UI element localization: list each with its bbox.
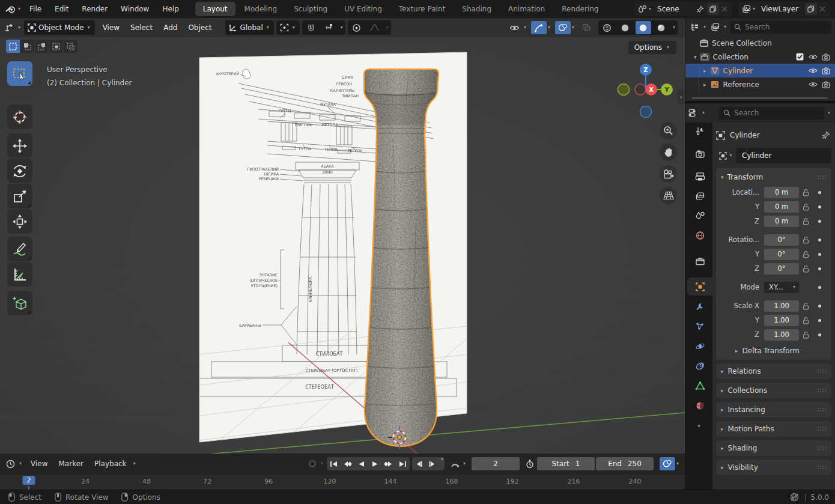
panel-instancing[interactable]: ▸Instancing — [716, 402, 831, 417]
pan-hand-button[interactable] — [660, 144, 677, 161]
camera-visibility-icon[interactable] — [821, 53, 831, 61]
options-button[interactable]: Options ▾ — [628, 41, 676, 54]
outliner-editor-icon[interactable] — [689, 22, 700, 32]
camera-visibility-icon[interactable] — [821, 81, 831, 88]
eye-icon[interactable] — [807, 67, 818, 74]
shading-solid-button[interactable] — [618, 21, 633, 34]
outliner-search[interactable]: Search — [730, 21, 831, 34]
menu-view[interactable]: View — [97, 21, 125, 34]
snap-target-icon[interactable] — [321, 21, 337, 34]
animate-dot[interactable] — [818, 205, 821, 208]
value-field[interactable]: 0 m — [764, 187, 799, 198]
tool-move[interactable] — [7, 133, 32, 158]
tool-transform[interactable] — [7, 209, 32, 234]
select-mode-extend[interactable] — [20, 40, 34, 53]
select-mode-new[interactable] — [6, 40, 20, 53]
rotation-mode-dropdown[interactable]: XY...▾ — [764, 282, 799, 293]
menu-object[interactable]: Object — [183, 21, 217, 34]
pin-icon[interactable] — [694, 4, 705, 14]
panel-shading[interactable]: ▸Shading — [716, 440, 831, 456]
viewlayer-name[interactable]: ViewLayer — [756, 5, 803, 13]
value-field[interactable]: 1.00 — [764, 315, 799, 326]
chevron-down-icon[interactable]: ▾ — [701, 111, 706, 115]
proportional-editing[interactable]: ▾ — [348, 20, 391, 35]
properties-tab-collection[interactable] — [687, 252, 712, 270]
tool-cursor[interactable] — [7, 105, 32, 129]
expand-arrow-icon[interactable]: ▸ — [703, 68, 706, 74]
lock-toggle[interactable] — [799, 317, 812, 324]
workspace-tab-rendering[interactable]: Rendering — [554, 2, 606, 16]
menu-select[interactable]: Select — [125, 21, 158, 34]
drag-handle-icon[interactable] — [817, 407, 827, 412]
ruler-tick[interactable]: 120 — [324, 478, 336, 485]
navigation-gizmo[interactable]: Z Y X — [613, 61, 679, 121]
animate-dot[interactable] — [818, 305, 821, 308]
properties-tab-object[interactable] — [687, 278, 712, 296]
properties-tab-output[interactable] — [687, 168, 712, 186]
pivot-point[interactable]: ▾ — [276, 20, 300, 35]
menu-playback[interactable]: Playback — [89, 457, 132, 470]
eye-icon[interactable] — [807, 53, 818, 60]
drag-handle-icon[interactable] — [817, 388, 827, 393]
timeline-overlay-toggle[interactable] — [660, 457, 675, 470]
drag-handle-icon[interactable] — [817, 465, 827, 470]
workspace-tab-uv-editing[interactable]: UV Editing — [336, 2, 390, 16]
properties-tab-particles[interactable] — [687, 317, 712, 335]
falloff-icon[interactable] — [367, 21, 383, 34]
properties-tab-tool[interactable] — [687, 122, 712, 140]
lock-toggle[interactable] — [799, 302, 812, 310]
play-reverse-button[interactable] — [354, 457, 368, 470]
snapping-controls[interactable]: ▾ — [302, 20, 345, 35]
lock-toggle[interactable] — [799, 250, 812, 258]
panel-collections[interactable]: ▸Collections — [716, 383, 831, 398]
tool-annotate[interactable] — [7, 237, 32, 261]
ruler-tick[interactable]: 216 — [568, 478, 580, 485]
jump-to-start-button[interactable] — [327, 457, 341, 470]
zoom-button[interactable] — [660, 122, 677, 139]
tool-rotate[interactable] — [7, 159, 32, 183]
workspace-tab-layout[interactable]: Layout — [195, 2, 235, 16]
ruler-tick[interactable]: 24 — [81, 478, 90, 485]
properties-tab-physics[interactable] — [687, 337, 712, 355]
current-frame-field[interactable]: 2 — [472, 457, 520, 470]
workspace-tab-modeling[interactable]: Modeling — [237, 2, 285, 16]
orthographic-grid-button[interactable] — [660, 187, 677, 204]
play-button[interactable] — [368, 457, 382, 470]
lock-toggle[interactable] — [799, 203, 812, 211]
timeline-ruler[interactable]: 2 24487296120144168192216240 — [0, 474, 685, 490]
show-overlays-toggle[interactable] — [555, 21, 571, 34]
chevron-down-icon[interactable]: ▾ — [385, 25, 390, 30]
object-name-field[interactable]: ▾ Cylinder — [716, 148, 831, 163]
animate-dot[interactable] — [818, 333, 821, 336]
animate-dot[interactable] — [818, 319, 821, 322]
properties-tab-data[interactable] — [687, 377, 712, 395]
new-viewlayer-button[interactable] — [805, 3, 817, 15]
menu-file[interactable]: File — [23, 2, 48, 16]
outliner-row-cylinder[interactable]: ▸ Cylinder — [685, 64, 835, 77]
show-gizmo-toggle[interactable] — [531, 21, 547, 34]
object-name-value[interactable]: Cylinder — [736, 151, 777, 160]
workspace-tab-texture-paint[interactable]: Texture Paint — [391, 2, 453, 16]
value-field[interactable]: 0° — [764, 234, 799, 246]
mode-selector[interactable]: Object Mode ▾ — [24, 20, 95, 35]
lock-toggle[interactable] — [799, 217, 812, 225]
chevron-down-icon[interactable]: ▾ — [17, 25, 22, 30]
chevron-down-icon[interactable]: ▾ — [675, 461, 680, 466]
prev-frame-button[interactable] — [412, 457, 426, 470]
properties-tab-constraints[interactable] — [687, 357, 712, 375]
sidebar-toggle[interactable]: ‹ — [677, 89, 685, 105]
display-mode-icon[interactable] — [709, 22, 720, 32]
animate-dot[interactable] — [818, 286, 821, 289]
tabs-overflow-chevron[interactable]: ▾ — [685, 423, 712, 429]
chevron-down-icon[interactable]: ▾ — [702, 25, 707, 29]
expand-arrow-icon[interactable]: ▸ — [703, 82, 706, 88]
animate-dot[interactable] — [818, 220, 821, 223]
outliner-row-reference[interactable]: ▸ Reference — [685, 77, 835, 91]
shading-rendered-button[interactable] — [654, 21, 669, 34]
panel-motion-paths[interactable]: ▸Motion Paths — [716, 421, 831, 437]
ruler-tick[interactable]: 96 — [264, 478, 273, 485]
chevron-down-icon[interactable]: ▾ — [17, 7, 22, 11]
workspace-tab-animation[interactable]: Animation — [500, 2, 553, 16]
panel-relations[interactable]: ▸Relations — [716, 363, 831, 379]
object-id-icon[interactable]: ▾ — [716, 148, 736, 163]
